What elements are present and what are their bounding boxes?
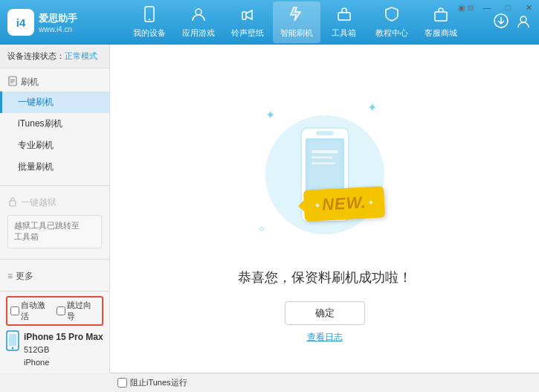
skip-guide-option[interactable]: 跳过向导 [57, 300, 100, 322]
svg-point-1 [149, 19, 150, 20]
svg-rect-4 [338, 13, 350, 20]
sidebar-item-itunes-flash[interactable]: iTunes刷机 [0, 113, 109, 135]
main-nav: 我的设备 应用游戏 铃声壁纸 智能刷机 [97, 1, 493, 43]
sparkle-icon-1: ✦ [265, 108, 275, 122]
skip-guide-checkbox[interactable] [57, 306, 65, 315]
jailbreak-notice: 越狱工具已跳转至工具箱 [7, 215, 102, 248]
app-logo: i4 [7, 9, 34, 36]
flash-icon [288, 6, 305, 26]
jailbreak-group-label: 一键越狱 [0, 193, 109, 212]
sparkle-icon-2: ✦ [367, 100, 377, 115]
device-info: iPhone 15 Pro Max 512GB iPhone [6, 330, 103, 368]
confirm-button[interactable]: 确定 [285, 301, 365, 325]
device-storage: 512GB [24, 344, 103, 356]
nav-smart-flash[interactable]: 智能刷机 [273, 1, 320, 43]
svg-point-2 [196, 9, 201, 15]
svg-rect-12 [10, 201, 16, 206]
ringtone-icon [239, 6, 256, 26]
success-message: 恭喜您，保资料刷机成功啦！ [238, 269, 412, 286]
connection-status: 设备连接状态：正常模式 [0, 45, 109, 68]
main-content: ✦ ✦ ✧ [110, 45, 539, 392]
svg-rect-3 [242, 12, 246, 19]
apps-icon [190, 6, 207, 26]
sparkle-icon-3: ✧ [258, 224, 265, 234]
svg-rect-22 [9, 334, 16, 346]
close-button[interactable]: ✕ [518, 0, 539, 15]
itunes-checkbox[interactable]: 阻止iTunes运行 [117, 377, 187, 388]
auto-activate-checkbox[interactable] [10, 306, 19, 315]
sidebar-item-pro-flash[interactable]: 专业刷机 [0, 135, 109, 156]
auto-options-panel: 自动激活 跳过向导 [6, 296, 103, 326]
jailbreak-section: 一键越狱 越狱工具已跳转至工具箱 [0, 189, 109, 256]
svg-rect-15 [316, 131, 334, 135]
sidebar-item-one-key-flash[interactable]: 一键刷机 [0, 91, 109, 113]
maximize-button[interactable]: □ [497, 0, 518, 15]
new-badge: ✦ NEW. ✦ [303, 186, 385, 222]
svg-rect-20 [312, 162, 335, 164]
svg-rect-18 [312, 150, 338, 153]
svg-rect-19 [312, 156, 332, 158]
view-log-link[interactable]: 查看日志 [307, 331, 343, 344]
device-name: iPhone 15 Pro Max [24, 330, 103, 344]
itunes-checkbox-input[interactable] [117, 378, 127, 388]
flash-group-icon [7, 76, 18, 89]
minimize-button[interactable]: — [477, 0, 497, 15]
nav-toolbox[interactable]: 工具箱 [322, 1, 367, 43]
more-group-label: ≡ 更多 [0, 267, 109, 286]
nav-my-device[interactable]: 我的设备 [126, 1, 173, 43]
nav-ringtones[interactable]: 铃声壁纸 [224, 1, 271, 43]
nav-tutorial[interactable]: 教程中心 [368, 1, 416, 43]
svg-rect-5 [435, 12, 447, 21]
logo-area: i4 爱思助手 www.i4.cn [7, 9, 97, 36]
device-phone-icon [6, 330, 19, 355]
svg-point-23 [12, 347, 13, 349]
flash-section: 刷机 一键刷机 iTunes刷机 专业刷机 批量刷机 [0, 68, 109, 182]
user-icon[interactable] [515, 13, 532, 33]
phone-circle: ✦ NEW. ✦ [265, 115, 384, 234]
lock-icon [7, 196, 18, 209]
device-details: iPhone 15 Pro Max 512GB iPhone [24, 330, 103, 368]
itunes-bar: 阻止iTunes运行 [110, 373, 539, 392]
header-right [493, 13, 532, 33]
success-illustration: ✦ ✦ ✧ [251, 93, 399, 257]
flash-group-label: 刷机 [0, 73, 109, 91]
download-icon[interactable] [493, 13, 509, 33]
toolbox-icon [336, 6, 352, 26]
shop-icon [433, 6, 449, 26]
nav-apps-games[interactable]: 应用游戏 [175, 1, 222, 43]
phone-icon [141, 6, 158, 26]
more-icon: ≡ [7, 271, 13, 281]
device-type: iPhone [24, 356, 103, 369]
tutorial-icon [384, 6, 400, 26]
logo-text: 爱思助手 www.i4.cn [39, 12, 77, 33]
sidebar-item-batch-flash[interactable]: 批量刷机 [0, 156, 109, 178]
svg-point-7 [520, 16, 526, 22]
auto-activate-option[interactable]: 自动激活 [10, 300, 54, 322]
